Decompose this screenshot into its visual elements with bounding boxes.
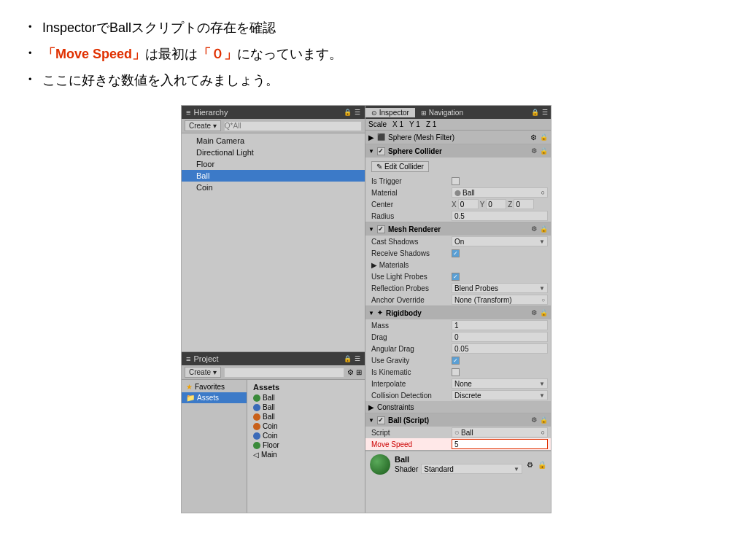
drag-value[interactable]: 0 — [452, 332, 548, 342]
reflection-probes-value[interactable]: Blend Probes ▼ — [452, 283, 548, 293]
receive-shadows-checkbox[interactable] — [452, 249, 460, 257]
hierarchy-title: Hierarchy — [193, 108, 228, 117]
material-value[interactable]: ⬤ Ball ○ — [452, 187, 548, 198]
ball-script-enabled-checkbox[interactable] — [377, 416, 385, 424]
hierarchy-item-ball[interactable]: Ball — [182, 170, 365, 182]
is-trigger-row: Is Trigger — [365, 175, 551, 187]
sphere-collider-section: ▼ Sphere Collider ⚙ 🔒 ✎ Edit Collider Is… — [365, 144, 551, 222]
anchor-override-arrow-icon: ○ — [541, 297, 545, 303]
use-light-probes-row: Use Light Probes — [365, 271, 551, 282]
collider-enabled-checkbox[interactable] — [377, 147, 385, 155]
radius-value[interactable]: 0.5 — [452, 211, 548, 221]
ball-material-preview: Ball Shader Standard ▼ ⚙ 🔒 — [365, 451, 551, 478]
mass-row: Mass 1 — [365, 319, 551, 331]
is-kinematic-checkbox[interactable] — [452, 368, 460, 376]
radius-label: Radius — [371, 212, 452, 220]
asset-icon-ball-1 — [253, 394, 260, 402]
center-z-input[interactable] — [514, 199, 534, 209]
asset-item-ball-3[interactable]: Ball — [250, 412, 362, 421]
center-y-input[interactable] — [486, 199, 506, 209]
tab-navigation[interactable]: ⊞ Navigation — [415, 108, 469, 117]
collider-arrow-icon: ▼ — [368, 148, 374, 155]
mesh-renderer-header[interactable]: ▼ Mesh Renderer ⚙ 🔒 — [365, 222, 551, 236]
script-circle-icon: ○ — [541, 429, 545, 436]
collider-lock-icon: 🔒 — [540, 147, 548, 155]
script-value[interactable]: ⊙ Ball ○ — [452, 427, 548, 438]
use-light-probes-checkbox[interactable] — [452, 273, 460, 281]
use-light-probes-label: Use Light Probes — [371, 273, 452, 281]
asset-item-ball-1[interactable]: Ball — [250, 393, 362, 402]
asset-item-coin-1[interactable]: Coin — [250, 421, 362, 431]
tab-inspector[interactable]: ⊙ Inspector — [365, 108, 415, 117]
left-panel: ≡ Hierarchy 🔒 ☰ Create ▾ Main Camera Dir… — [182, 106, 365, 513]
renderer-gear-icon[interactable]: ⚙ — [531, 225, 537, 233]
interpolate-row: Interpolate None ▼ — [365, 378, 551, 389]
project-search-input[interactable] — [224, 368, 344, 378]
ball-script-section: ▼ Ball (Script) ⚙ 🔒 Script ⊙ Ball ○ — [365, 413, 551, 451]
project-create-button[interactable]: Create ▾ — [185, 367, 221, 378]
angular-drag-value[interactable]: 0.05 — [452, 343, 548, 354]
mesh-filter-gear-icon[interactable]: ⚙ — [530, 133, 537, 141]
instruction-text-2: 「Move Speed」は最初は「０」になっています。 — [42, 41, 342, 67]
hierarchy-item-main-camera[interactable]: Main Camera — [182, 135, 365, 147]
is-trigger-checkbox[interactable] — [452, 177, 460, 185]
ball-script-header[interactable]: ▼ Ball (Script) ⚙ 🔒 — [365, 413, 551, 427]
radius-row: Radius 0.5 — [365, 210, 551, 222]
center-x-input[interactable] — [458, 199, 479, 209]
rigidbody-icon: ✦ — [377, 309, 383, 316]
mesh-filter-label: Sphere (Mesh Filter) — [388, 133, 454, 141]
hierarchy-item-coin[interactable]: Coin — [182, 182, 365, 193]
rigidbody-header[interactable]: ▼ ✦ Rigidbody ⚙ 🔒 — [365, 306, 551, 319]
asset-item-ball-2[interactable]: Ball — [250, 402, 362, 412]
ball-script-arrow-icon: ▼ — [368, 417, 374, 424]
interpolate-value[interactable]: None ▼ — [452, 378, 548, 389]
sidebar-item-assets[interactable]: 📁 Assets — [182, 392, 247, 403]
mesh-filter-header[interactable]: ▶ ⬛ Sphere (Mesh Filter) ⚙ 🔒 — [365, 131, 551, 144]
sidebar-item-favorites[interactable]: ★ Favorites — [182, 381, 247, 392]
move-speed-value[interactable]: 5 — [452, 439, 548, 449]
asset-item-floor[interactable]: Floor — [250, 440, 362, 450]
material-circle-icon: ○ — [541, 189, 545, 196]
navigation-tab-label: Navigation — [429, 109, 463, 117]
material-label: Material — [371, 189, 452, 197]
project-menu-icon: ☰ — [355, 355, 360, 362]
mesh-filter-arrow: ▶ — [368, 133, 374, 141]
hierarchy-toolbar: Create ▾ — [182, 119, 365, 133]
collision-detection-value[interactable]: Discrete ▼ — [452, 390, 548, 400]
asset-item-main[interactable]: ◁ Main — [250, 450, 362, 459]
anchor-override-value[interactable]: None (Transform) ○ — [452, 295, 548, 305]
is-kinematic-row: Is Kinematic — [365, 366, 551, 378]
angular-drag-label: Angular Drag — [371, 345, 452, 353]
project-header: ≡ Project 🔒 ☰ — [182, 352, 365, 365]
ball-script-gear-icon[interactable]: ⚙ — [531, 416, 537, 424]
edit-collider-icon: ✎ — [376, 163, 382, 171]
hierarchy-search-input[interactable] — [224, 121, 362, 131]
hierarchy-lock-icon: 🔒 — [344, 109, 352, 116]
material-gear-icon[interactable]: ⚙ — [527, 461, 533, 469]
renderer-enabled-checkbox[interactable] — [377, 225, 385, 233]
unity-editor: ≡ Hierarchy 🔒 ☰ Create ▾ Main Camera Dir… — [181, 105, 551, 513]
use-gravity-checkbox[interactable] — [452, 357, 460, 365]
reflection-probes-row: Reflection Probes Blend Probes ▼ — [365, 282, 551, 294]
receive-shadows-row: Receive Shadows — [365, 247, 551, 259]
collider-gear-icon[interactable]: ⚙ — [531, 147, 537, 155]
edit-collider-button[interactable]: ✎ Edit Collider — [371, 161, 429, 172]
mass-value[interactable]: 1 — [452, 320, 548, 330]
inspector-menu-icon: ☰ — [542, 109, 548, 116]
collision-detection-label: Collision Detection — [371, 392, 452, 400]
renderer-label: Mesh Renderer — [388, 225, 441, 233]
hierarchy-item-floor[interactable]: Floor — [182, 158, 365, 170]
rigidbody-gear-icon[interactable]: ⚙ — [531, 309, 537, 316]
cast-shadows-value[interactable]: On ▼ — [452, 236, 548, 246]
move-speed-label: Move Speed — [371, 440, 452, 448]
interpolate-arrow-icon: ▼ — [539, 381, 545, 387]
hierarchy-create-button[interactable]: Create ▾ — [185, 120, 221, 131]
asset-item-coin-2[interactable]: Coin — [250, 431, 362, 440]
use-gravity-label: Use Gravity — [371, 357, 452, 365]
constraints-header[interactable]: ▶ Constraints — [365, 401, 551, 413]
shader-dropdown[interactable]: Standard ▼ — [421, 464, 522, 474]
sphere-collider-header[interactable]: ▼ Sphere Collider ⚙ 🔒 — [365, 144, 551, 158]
hierarchy-item-directional-light[interactable]: Directional Light — [182, 147, 365, 158]
ball-material-name: Ball — [395, 455, 522, 464]
ball-script-lock-icon: 🔒 — [540, 416, 548, 424]
